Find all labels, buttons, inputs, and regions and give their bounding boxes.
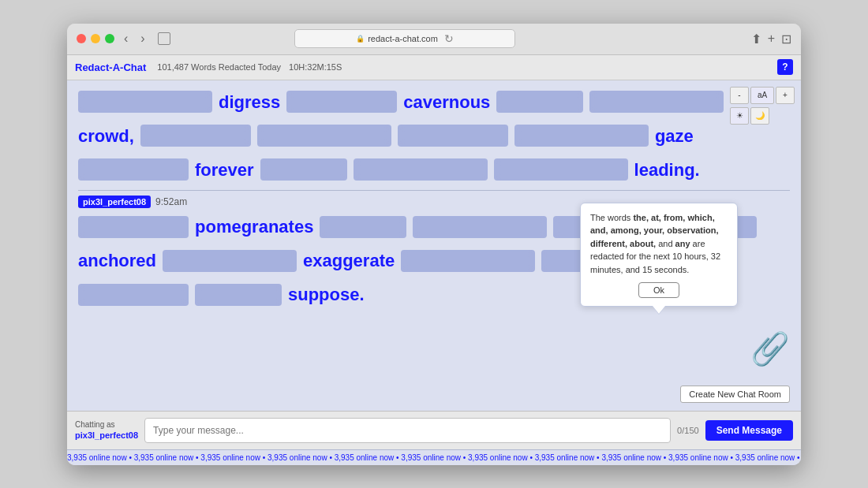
title-bar: ‹ › 🔒 redact-a-chat.com ↻ ⬆ + ⊡	[67, 24, 801, 55]
redacted-block	[78, 284, 189, 306]
username-label: pix3l_perfect08	[78, 196, 151, 208]
minimize-button[interactable]	[91, 34, 100, 43]
redacted-block	[78, 158, 189, 181]
redacted-block	[354, 158, 488, 181]
toolbar-right: ⬆ + ⊡	[751, 32, 791, 47]
traffic-lights	[77, 34, 114, 43]
message-input[interactable]	[144, 418, 671, 443]
word-anchored: anchored	[78, 247, 156, 274]
forward-button[interactable]: ›	[137, 32, 148, 46]
chat-area[interactable]: digress cavernous crowd, gaze forever	[67, 80, 801, 411]
redacted-block	[78, 216, 189, 238]
word-pomegranates: pomegranates	[195, 213, 313, 240]
controls-panel: - aA + ☀ 🌙	[730, 87, 795, 125]
clippy-mascot: 📎	[750, 330, 790, 367]
redacted-block	[163, 250, 297, 272]
word-digress: digress	[219, 88, 280, 116]
redacted-block	[514, 125, 649, 147]
input-area: Chatting as pix3l_perfect08 0/150 Send M…	[67, 411, 801, 449]
main-content: - aA + ☀ 🌙 digress cavernous crowd,	[67, 80, 801, 465]
redacted-block	[589, 91, 724, 113]
app-stats: 101,487 Words Redacted Today	[157, 62, 281, 72]
browser-window: ‹ › 🔒 redact-a-chat.com ↻ ⬆ + ⊡ Redact-A…	[67, 24, 801, 465]
tooltip-ok-button[interactable]: Ok	[638, 282, 679, 298]
redacted-block	[286, 91, 397, 113]
chat-line-3: forever leading.	[78, 156, 790, 184]
redacted-block	[494, 158, 628, 181]
redacted-block	[195, 284, 282, 306]
message-separator	[78, 190, 790, 191]
reading-list-button[interactable]: ⊡	[781, 32, 791, 47]
share-button[interactable]: ⬆	[751, 32, 761, 47]
word-cavernous: cavernous	[403, 88, 490, 116]
word-leading: leading.	[634, 156, 700, 184]
redacted-block	[413, 216, 547, 238]
ticker: 3,935 online now • 3,935 online now • 3,…	[67, 449, 801, 465]
redacted-block	[401, 250, 535, 272]
address-bar[interactable]: 🔒 redact-a-chat.com ↻	[294, 29, 515, 48]
redacted-block	[78, 91, 212, 113]
redacted-block	[398, 125, 508, 147]
light-mode-button[interactable]: ☀	[730, 107, 749, 125]
word-suppose: suppose.	[288, 281, 365, 308]
url-text: redact-a-chat.com	[368, 34, 438, 43]
increase-text-button[interactable]: +	[776, 87, 795, 104]
app-title: Redact-A-Chat	[75, 61, 146, 73]
close-button[interactable]	[77, 34, 86, 43]
ticker-text: 3,935 online now • 3,935 online now • 3,…	[67, 453, 801, 462]
app-time: 10H:32M:15S	[289, 62, 342, 72]
chat-line-1: digress cavernous	[78, 88, 790, 116]
lock-icon: 🔒	[356, 35, 365, 43]
chatting-as-label: Chatting as pix3l_perfect08	[75, 419, 138, 441]
redaction-tooltip: The words the, at, from, which, and, amo…	[580, 203, 738, 307]
redacted-block	[320, 216, 406, 238]
decrease-text-button[interactable]: -	[730, 87, 749, 104]
word-forever: forever	[195, 156, 254, 184]
word-crowd: crowd,	[78, 122, 134, 150]
redacted-block	[257, 125, 391, 147]
maximize-button[interactable]	[105, 34, 114, 43]
redacted-block	[496, 91, 583, 113]
word-gaze: gaze	[655, 122, 694, 150]
chat-line-2: crowd, gaze	[78, 122, 790, 150]
help-button[interactable]: ?	[777, 59, 793, 75]
send-button[interactable]: Send Message	[705, 420, 793, 441]
redacted-block	[140, 125, 251, 147]
current-username: pix3l_perfect08	[75, 430, 138, 441]
window-icon	[158, 32, 170, 45]
char-count: 0/150	[677, 426, 699, 435]
theme-controls: ☀ 🌙	[730, 107, 795, 125]
text-size-button[interactable]: aA	[750, 87, 774, 104]
word-exaggerate: exaggerate	[303, 247, 395, 274]
create-room-button[interactable]: Create New Chat Room	[680, 386, 790, 403]
back-button[interactable]: ‹	[121, 32, 131, 46]
message-time: 9:52am	[155, 196, 187, 207]
and-any-word: any	[675, 239, 690, 248]
tooltip-text: The words the, at, from, which, and, amo…	[590, 211, 728, 277]
app-header: Redact-A-Chat 101,487 Words Redacted Tod…	[67, 55, 801, 80]
dark-mode-button[interactable]: 🌙	[750, 107, 769, 125]
redacted-words: the, at, from, which, and, among, your, …	[590, 213, 719, 248]
redacted-block	[260, 158, 347, 181]
add-tab-button[interactable]: +	[768, 32, 775, 46]
reload-button[interactable]: ↻	[444, 32, 454, 45]
text-size-controls: - aA +	[730, 87, 795, 104]
